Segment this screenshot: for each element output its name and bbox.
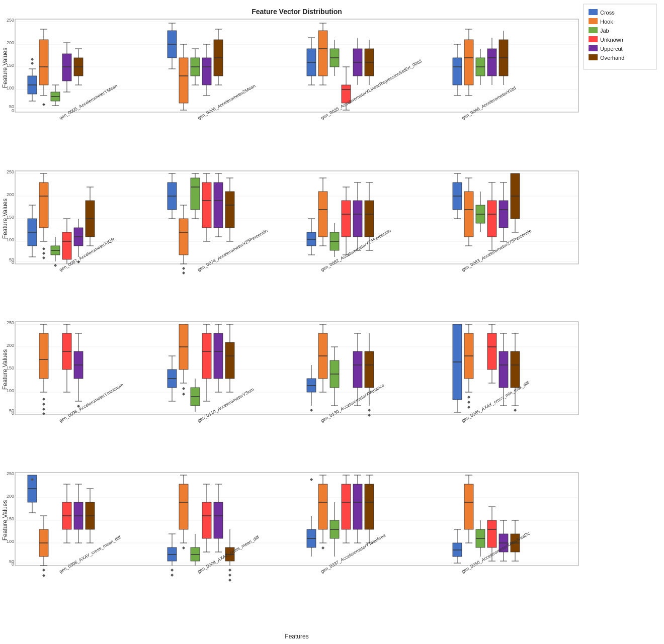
main-chart: Feature Vector Distribution Cross Hook J…	[0, 0, 664, 644]
svg-text:0: 0	[12, 260, 14, 265]
svg-rect-3	[589, 18, 598, 24]
svg-text:150: 150	[7, 516, 14, 521]
svg-rect-7	[589, 54, 598, 60]
chart-container: Feature Vector Distribution Cross Hook J…	[0, 0, 664, 644]
svg-text:◆: ◆	[31, 477, 34, 482]
svg-rect-547	[464, 484, 473, 529]
svg-rect-219	[225, 192, 234, 228]
svg-rect-386	[365, 351, 374, 388]
svg-text:200: 200	[7, 40, 14, 45]
svg-rect-193	[179, 219, 188, 255]
svg-text:◆: ◆	[228, 568, 232, 572]
legend-jab: Jab	[600, 28, 609, 34]
svg-text:◆: ◆	[42, 397, 46, 401]
svg-text:150: 150	[7, 63, 14, 68]
svg-text:◆: ◆	[514, 408, 517, 412]
svg-rect-557	[487, 520, 496, 547]
svg-rect-29	[39, 40, 48, 85]
svg-text:◆: ◆	[171, 568, 174, 572]
svg-text:100: 100	[7, 388, 14, 393]
svg-text:250: 250	[7, 18, 14, 23]
svg-rect-157	[39, 182, 48, 228]
svg-rect-241	[342, 201, 351, 237]
svg-text:100: 100	[7, 237, 14, 242]
legend-unknown: Unknown	[600, 37, 623, 43]
x-axis-label: Features	[285, 633, 308, 640]
svg-rect-477	[179, 484, 188, 529]
svg-text:◆: ◆	[31, 57, 34, 61]
y-axis-label-r1: Feature Values	[2, 48, 9, 88]
svg-text:200: 200	[7, 343, 14, 348]
svg-rect-60	[179, 58, 188, 103]
svg-rect-6	[589, 45, 598, 51]
svg-rect-253	[365, 201, 374, 237]
svg-rect-5	[589, 36, 598, 42]
svg-rect-171	[62, 232, 71, 259]
svg-text:◆: ◆	[467, 395, 471, 399]
svg-text:250: 250	[7, 320, 14, 325]
svg-rect-120	[464, 40, 473, 85]
svg-text:0: 0	[12, 562, 14, 567]
legend-uppercut: Uppercut	[600, 46, 623, 52]
svg-rect-345	[202, 333, 211, 379]
svg-rect-380	[353, 351, 362, 388]
svg-text:◆: ◆	[182, 266, 186, 270]
svg-text:250: 250	[7, 169, 14, 174]
svg-text:◆: ◆	[42, 568, 46, 572]
svg-text:100: 100	[7, 539, 14, 544]
svg-rect-265	[464, 192, 473, 237]
svg-text:◆: ◆	[182, 386, 186, 391]
svg-text:◆: ◆	[42, 251, 46, 255]
svg-text:◆: ◆	[42, 246, 46, 251]
svg-text:◆: ◆	[368, 408, 371, 412]
svg-text:◆: ◆	[310, 408, 313, 412]
svg-rect-494	[214, 502, 223, 538]
svg-text:◆: ◆	[182, 545, 186, 550]
svg-text:200: 200	[7, 494, 14, 499]
svg-rect-247	[353, 201, 362, 237]
svg-text:◆: ◆	[321, 545, 325, 550]
svg-text:◆: ◆	[310, 477, 313, 482]
svg-rect-231	[318, 192, 327, 237]
svg-rect-523	[342, 484, 351, 529]
legend-hook: Hook	[600, 19, 613, 25]
svg-rect-418	[511, 351, 520, 388]
legend-overhand: Overhand	[600, 55, 624, 61]
svg-text:150: 150	[7, 365, 14, 371]
svg-text:0: 0	[12, 411, 14, 416]
svg-text:◆: ◆	[42, 102, 46, 107]
svg-text:◆: ◆	[42, 402, 46, 406]
svg-rect-512	[318, 484, 327, 529]
svg-rect-4	[589, 27, 598, 33]
svg-rect-90	[318, 31, 327, 76]
svg-rect-357	[225, 342, 234, 379]
svg-text:150: 150	[7, 215, 14, 220]
svg-rect-275	[487, 201, 496, 237]
svg-rect-535	[365, 484, 374, 529]
svg-text:◆: ◆	[368, 413, 371, 417]
svg-text:◆: ◆	[467, 405, 471, 409]
svg-text:200: 200	[7, 192, 14, 197]
svg-rect-529	[353, 484, 362, 529]
svg-rect-351	[214, 333, 223, 379]
svg-rect-213	[214, 182, 223, 228]
svg-rect-201	[191, 178, 200, 210]
chart-title: Feature Vector Distribution	[252, 8, 342, 16]
svg-text:◆: ◆	[182, 270, 186, 275]
svg-rect-207	[202, 182, 211, 228]
svg-text:◆: ◆	[42, 573, 46, 578]
svg-text:◆: ◆	[171, 573, 174, 577]
svg-text:◆: ◆	[42, 407, 46, 411]
svg-rect-488	[202, 502, 211, 538]
svg-rect-42	[62, 54, 71, 81]
svg-rect-114	[453, 58, 462, 85]
svg-text:◆: ◆	[31, 61, 34, 65]
svg-text:◆: ◆	[467, 400, 471, 404]
svg-text:◆: ◆	[54, 263, 57, 267]
svg-text:◆: ◆	[42, 411, 46, 416]
svg-text:250: 250	[7, 471, 14, 476]
svg-rect-281	[499, 201, 508, 228]
svg-rect-2	[589, 9, 598, 15]
legend-cross: Cross	[600, 10, 615, 16]
svg-text:◆: ◆	[228, 578, 232, 582]
